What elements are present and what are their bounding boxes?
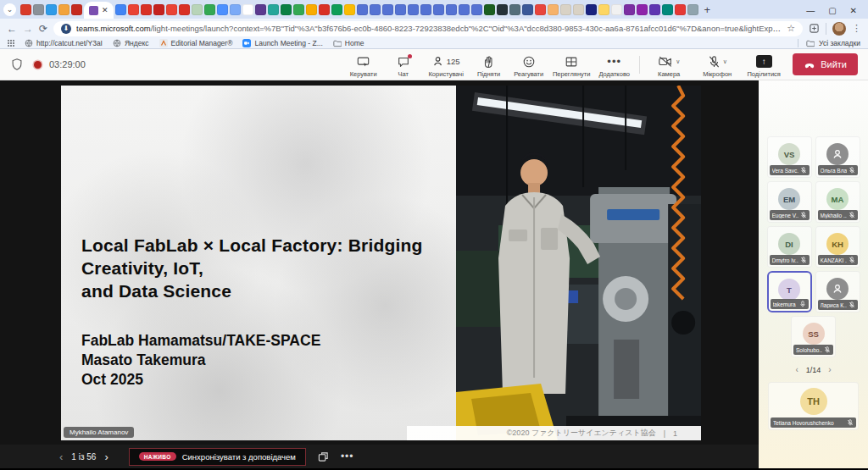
sync-to-presenter-button[interactable]: НАЖИВО Синхронізувати з доповідачем	[129, 448, 306, 466]
browser-tab[interactable]	[293, 4, 304, 15]
browser-tab[interactable]	[192, 4, 203, 15]
participant-tile[interactable]: MAMykhailo ...	[815, 181, 860, 223]
new-tab-button[interactable]: +	[704, 3, 711, 16]
pop-out-icon[interactable]	[318, 451, 329, 462]
browser-tab[interactable]	[141, 4, 152, 15]
chat-button[interactable]: Чат	[383, 52, 423, 78]
more-button[interactable]: ••• Додатково	[594, 52, 634, 78]
participants-prev-page-button[interactable]: ‹	[795, 365, 798, 374]
extensions-icon[interactable]	[809, 23, 820, 34]
browser-tab[interactable]	[471, 4, 482, 15]
browser-tab[interactable]	[230, 4, 241, 15]
participant-tile[interactable]: KHKANZAKI ...	[815, 226, 860, 268]
browser-tab[interactable]	[573, 4, 584, 15]
manage-button[interactable]: Керувати	[343, 52, 383, 78]
browser-tab[interactable]	[497, 4, 508, 15]
back-button[interactable]: ←	[7, 23, 17, 35]
pinned-tab[interactable]	[46, 4, 57, 15]
bookmark-item[interactable]: Editorial Manager®	[159, 39, 233, 47]
participant-tile[interactable]: VSVera Savc...	[767, 136, 812, 178]
share-button[interactable]: ↑ Поділитися	[742, 52, 786, 78]
bookmark-item[interactable]: http://catcut.net/Y3aI	[25, 39, 103, 47]
reload-button[interactable]: ⟳	[39, 23, 47, 35]
participant-tile[interactable]: DIDmytro Iv...	[767, 226, 812, 268]
participants-button[interactable]: 125 Користувачі	[423, 52, 469, 78]
browser-tab[interactable]	[433, 4, 444, 15]
browser-tab[interactable]	[535, 4, 546, 15]
slide-more-options-button[interactable]: •••	[341, 451, 354, 462]
browser-tab[interactable]	[357, 4, 368, 15]
browser-tab[interactable]	[509, 4, 520, 15]
browser-tab[interactable]	[522, 4, 533, 15]
browser-tab[interactable]	[408, 4, 419, 15]
browser-tab[interactable]	[420, 4, 431, 15]
browser-tab[interactable]	[179, 4, 190, 15]
tab-search-chevron-icon[interactable]: ⌄	[3, 3, 16, 16]
browser-tab[interactable]	[586, 4, 597, 15]
pinned-tab[interactable]	[20, 4, 31, 15]
apps-grid-icon[interactable]	[8, 40, 14, 47]
browser-tab[interactable]	[446, 4, 457, 15]
browser-tab[interactable]	[611, 4, 622, 15]
window-maximize-button[interactable]: ▢	[828, 6, 836, 15]
browser-tab[interactable]	[395, 4, 406, 15]
raise-hand-button[interactable]: Підняти	[469, 52, 509, 78]
browser-tab[interactable]	[204, 4, 215, 15]
view-button[interactable]: Переглянути	[548, 52, 594, 78]
browser-tab[interactable]	[687, 4, 698, 15]
browser-tab[interactable]	[115, 4, 126, 15]
browser-tab[interactable]	[675, 4, 686, 15]
participants-next-page-button[interactable]: ›	[828, 365, 831, 374]
site-info-icon[interactable]: ⬇	[61, 24, 71, 34]
browser-tab[interactable]	[637, 4, 648, 15]
browser-tab[interactable]	[255, 4, 266, 15]
participant-tile[interactable]: SSSolohubo...	[791, 316, 836, 357]
participant-tile[interactable]: THTetiana Hovorushchenko	[768, 382, 859, 430]
tab-close-icon[interactable]: ✕	[102, 6, 108, 14]
browser-menu-icon[interactable]: ⋮	[852, 23, 861, 34]
browser-tab[interactable]	[598, 4, 609, 15]
browser-tab[interactable]	[484, 4, 495, 15]
forward-button[interactable]: →	[23, 23, 33, 35]
url-text[interactable]: teams.microsoft.com/light-meetings/launc…	[76, 24, 782, 33]
browser-tab[interactable]	[649, 4, 660, 15]
browser-tab[interactable]	[382, 4, 393, 15]
pinned-tab[interactable]	[58, 4, 70, 15]
window-minimize-button[interactable]: —	[806, 6, 815, 15]
browser-tab[interactable]	[153, 4, 164, 15]
participant-tile[interactable]: Ольга Вла...	[815, 136, 860, 178]
window-close-button[interactable]: ✕	[850, 6, 857, 15]
browser-tab[interactable]	[624, 4, 635, 15]
leave-button[interactable]: Вийти	[793, 53, 858, 75]
camera-options-chevron-icon[interactable]: ∨	[676, 58, 680, 65]
browser-tab[interactable]	[268, 4, 279, 15]
browser-tab[interactable]	[548, 4, 559, 15]
browser-tab[interactable]	[662, 4, 673, 15]
browser-tab[interactable]	[370, 4, 381, 15]
mic-button[interactable]: ∨ Мікрофон	[693, 52, 742, 78]
bookmark-item[interactable]: Яндекс	[113, 39, 149, 47]
next-slide-button[interactable]: ›	[97, 451, 114, 463]
browser-tab[interactable]	[281, 4, 292, 15]
browser-tab[interactable]	[166, 4, 177, 15]
address-bar[interactable]: ⬇ teams.microsoft.com/light-meetings/lau…	[53, 21, 803, 36]
browser-tab[interactable]	[459, 4, 470, 15]
previous-slide-button[interactable]: ‹	[53, 451, 70, 463]
react-button[interactable]: Реагувати	[509, 52, 548, 78]
camera-button[interactable]: ∨ Камера	[645, 52, 693, 78]
pinned-tab[interactable]	[33, 4, 44, 15]
bookmark-item[interactable]: Home	[333, 39, 364, 47]
browser-tab[interactable]	[217, 4, 228, 15]
mic-options-chevron-icon[interactable]: ∨	[723, 58, 727, 65]
active-tab[interactable]: ✕	[84, 2, 114, 19]
browser-tab[interactable]	[306, 4, 317, 15]
bookmark-item[interactable]: Launch Meeting - Z...	[242, 39, 322, 47]
pinned-tab[interactable]	[71, 4, 82, 15]
shield-icon[interactable]	[10, 58, 24, 71]
browser-tab[interactable]	[560, 4, 571, 15]
profile-avatar[interactable]	[832, 22, 846, 36]
participant-tile[interactable]: Лариса К...	[815, 271, 860, 312]
browser-tab[interactable]	[319, 4, 330, 15]
browser-tab[interactable]	[331, 4, 342, 15]
all-bookmarks-button[interactable]: Усі закладки	[798, 39, 860, 47]
